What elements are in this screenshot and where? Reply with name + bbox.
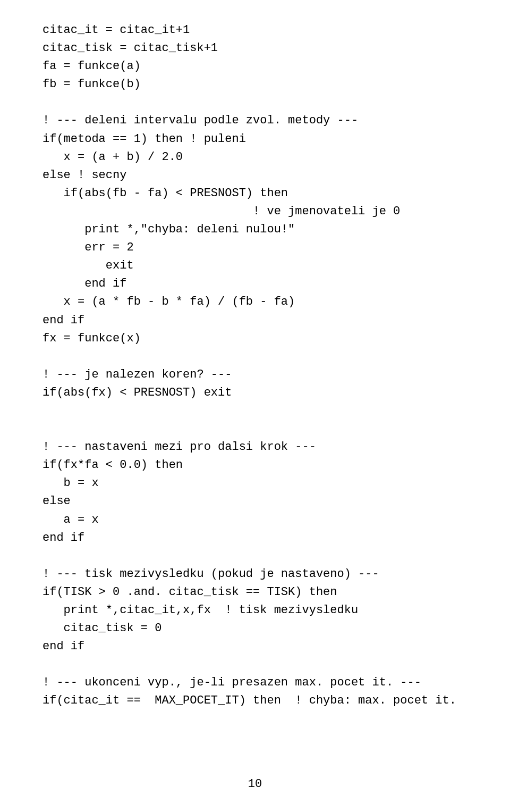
page-number: 10 <box>248 777 262 791</box>
code-block: citac_it = citac_it+1 citac_tisk = citac… <box>42 21 468 710</box>
page-number-container: 10 <box>0 777 510 791</box>
page-container: citac_it = citac_it+1 citac_tisk = citac… <box>0 0 510 812</box>
